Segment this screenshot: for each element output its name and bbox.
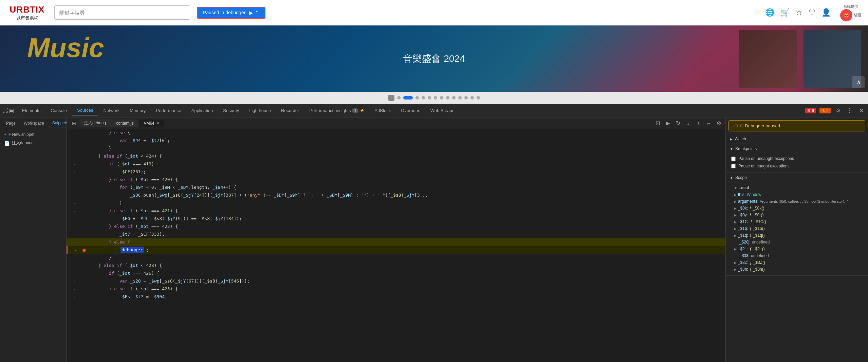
code-view[interactable]: - } else { - var _$44 = _$t7[0]; - }	[67, 129, 725, 362]
tab-memory[interactable]: Memory	[125, 106, 150, 115]
scope-arguments[interactable]: ▶ arguments: Arguments [650, callee: ƒ, …	[731, 198, 863, 205]
watch-section: ▶ Watch	[726, 134, 868, 144]
search-input[interactable]	[54, 5, 190, 20]
website-top-bar: URBTIX 城市售票網 Paused in debugger ▶ ⌃ 🌐 🛒 …	[0, 0, 868, 25]
tab-performance[interactable]: Performance	[151, 106, 186, 115]
scope-this[interactable]: ▶ this: Window	[731, 191, 863, 198]
step-over-button[interactable]: ↻	[674, 119, 682, 127]
paused-text: Paused in debugger	[203, 10, 245, 15]
tab-application[interactable]: Application	[187, 106, 218, 115]
scope-2Q[interactable]: _$2Q: undefined	[731, 239, 863, 246]
pause-uncaught-checkbox[interactable]	[731, 157, 736, 161]
dot-10[interactable]	[464, 96, 468, 99]
banner-center-text: 音樂盛會 2024	[403, 52, 465, 65]
scope-item-expand: ▶	[734, 193, 737, 197]
toggle-sidebar-button[interactable]: ⊡	[653, 119, 662, 127]
scope-0y[interactable]: ▶ _$0y: ƒ _$0r()	[731, 212, 863, 218]
paused-debugger-badge[interactable]: Paused in debugger ▶ ⌃	[197, 7, 265, 19]
globe-icon[interactable]: 🌐	[765, 8, 774, 17]
editor-tab-contentjs[interactable]: content.js	[111, 120, 138, 127]
dot-0[interactable]	[397, 96, 401, 99]
scope-expand-icon: ▼	[730, 176, 733, 180]
dot-12[interactable]	[477, 96, 480, 99]
watch-expand-icon: ▶	[730, 137, 733, 141]
scope-3Z[interactable]: ▶ _$3Z: ƒ _$3Z()	[731, 259, 863, 266]
dot-3[interactable]	[422, 96, 425, 99]
tab-label-2: content.js	[116, 121, 133, 126]
devtools-dock-icon[interactable]: ▣	[9, 107, 14, 114]
code-line: - _$CF(261);	[67, 168, 725, 176]
watch-label: Watch	[735, 137, 746, 141]
close-devtools-icon[interactable]: ✕	[857, 107, 865, 115]
file-item-debuug[interactable]: 📄 注入debuug	[0, 139, 66, 148]
resume-button[interactable]: ▶	[249, 10, 253, 16]
heart-icon[interactable]: ♡	[809, 8, 815, 17]
logo: URBTIX 城市售票網	[7, 4, 48, 21]
sub-tab-workspace[interactable]: Workspace	[20, 120, 48, 127]
supplier-logo: 🐱	[840, 9, 852, 21]
performance-insights-badge: 4	[352, 108, 358, 113]
tab-network[interactable]: Network	[99, 106, 125, 115]
dot-2[interactable]	[415, 96, 419, 99]
scope-item-expand: ▶	[734, 261, 737, 265]
scope-2-[interactable]: ▶ _$2_: ƒ _$2_()	[731, 246, 863, 252]
file-tree: + + New snippet 📄 注入debuug	[0, 129, 66, 362]
step-button[interactable]: →	[704, 119, 713, 127]
sources-sub-tabs: Page Workspace Snippets » ⋮	[0, 117, 66, 129]
carousel-pause[interactable]: ⏸	[388, 95, 394, 101]
tab-adblock[interactable]: AdBlock	[370, 106, 396, 115]
dot-5[interactable]	[434, 96, 437, 99]
editor-tab-debuug[interactable]: 注入debuug	[79, 119, 111, 127]
scope-0k[interactable]: ▶ _$0k: ƒ _$0k()	[731, 205, 863, 212]
editor-tab-vm64[interactable]: VM64 ✕	[139, 120, 164, 127]
dot-8[interactable]	[452, 96, 456, 99]
settings-icon[interactable]: ⚙	[834, 107, 842, 115]
editor-file-tabs: ⊞ 注入debuug content.js VM64 ✕ ⊡ ▶ ↻ ↓ ↑	[67, 117, 725, 129]
watch-header[interactable]: ▶ Watch	[726, 134, 868, 144]
scope-1q[interactable]: ▶ _$1q: ƒ _$1q()	[731, 232, 863, 239]
error-badge: ⊗ 6	[805, 108, 816, 113]
new-snippet-button[interactable]: + + New snippet	[0, 130, 66, 139]
editor-controls: ⊡ ▶ ↻ ↓ ↑ → ⊘	[653, 119, 723, 127]
dot-11[interactable]	[470, 96, 474, 99]
dot-7[interactable]	[446, 96, 449, 99]
step-over-button[interactable]: ⌃	[255, 10, 259, 16]
breakpoints-header[interactable]: ▼ Breakpoints	[726, 144, 868, 153]
tab-overrides[interactable]: Overrides	[396, 106, 425, 115]
scope-1b[interactable]: ▶ _$1b: ƒ _$1b()	[731, 225, 863, 232]
dot-active[interactable]	[403, 96, 413, 99]
user-icon[interactable]: 👤	[821, 8, 831, 17]
supplier-name: 貓眼	[854, 13, 861, 18]
more-options-icon[interactable]: ⋮	[846, 107, 854, 115]
star-icon[interactable]: ☆	[796, 8, 802, 17]
tab-web-scraper[interactable]: Web Scraper	[426, 106, 461, 115]
banner-collapse-button[interactable]: ∧	[852, 76, 865, 88]
step-into-button[interactable]: ↓	[684, 119, 692, 127]
scope-1C[interactable]: ▶ _$1C: ƒ _$1C()	[731, 218, 863, 225]
dot-4[interactable]	[428, 96, 431, 99]
sub-tab-page[interactable]: Page	[3, 120, 19, 127]
scope-3s[interactable]: _$3$: undefined	[731, 252, 863, 259]
tab-performance-insights[interactable]: Performance insights 4 ⚡	[304, 106, 369, 115]
pause-uncaught-row: Pause on uncaught exceptions	[731, 155, 863, 162]
cart-icon[interactable]: 🛒	[780, 8, 790, 17]
close-tab-icon[interactable]: ✕	[156, 121, 160, 125]
dot-9[interactable]	[458, 96, 462, 99]
split-view-button[interactable]: ⊞	[69, 119, 79, 127]
debugger-right-panel: ⊙ ⊙ Debugger paused ▶ Watch ▼ Breakpoint…	[725, 117, 868, 362]
step-out-button[interactable]: ↑	[694, 119, 702, 127]
devtools-toggle-icon[interactable]: ⛶	[3, 108, 8, 114]
deactivate-breakpoints-button[interactable]: ⊘	[715, 119, 723, 127]
resume-execution-button[interactable]: ▶	[664, 119, 672, 127]
tab-elements[interactable]: Elements	[17, 106, 45, 115]
tab-recorder[interactable]: Recorder	[276, 106, 304, 115]
tab-console[interactable]: Console	[46, 106, 72, 115]
person-1	[739, 30, 797, 88]
tab-lighthouse[interactable]: Lighthouse	[244, 106, 276, 115]
tab-security[interactable]: Security	[218, 106, 244, 115]
scope-header[interactable]: ▼ Scope	[726, 173, 868, 182]
scope-3h[interactable]: ▶ _$3h: ƒ _$3h()	[731, 266, 863, 273]
dot-6[interactable]	[440, 96, 443, 99]
tab-sources[interactable]: Sources	[72, 106, 98, 115]
pause-caught-checkbox[interactable]	[731, 164, 736, 168]
